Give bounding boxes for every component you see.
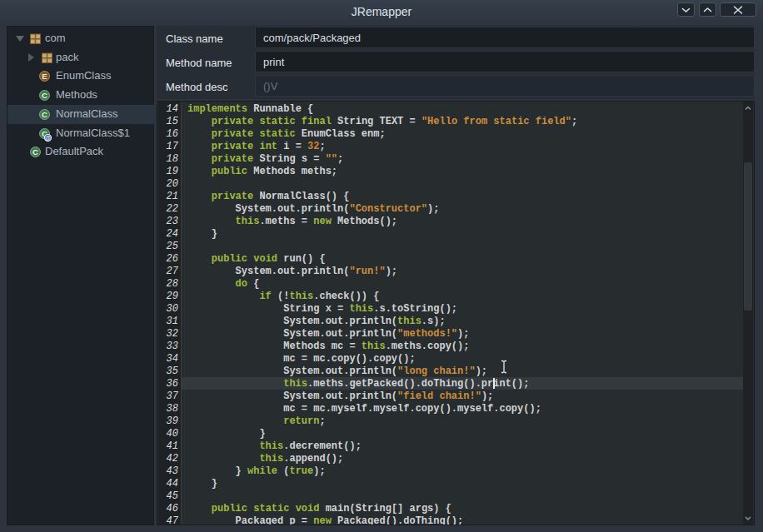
svg-text:C: C — [32, 147, 38, 157]
svg-text:C: C — [42, 91, 47, 100]
svg-text:C: C — [42, 110, 47, 119]
svg-text:@: @ — [45, 135, 51, 141]
svg-text:E: E — [42, 72, 47, 81]
